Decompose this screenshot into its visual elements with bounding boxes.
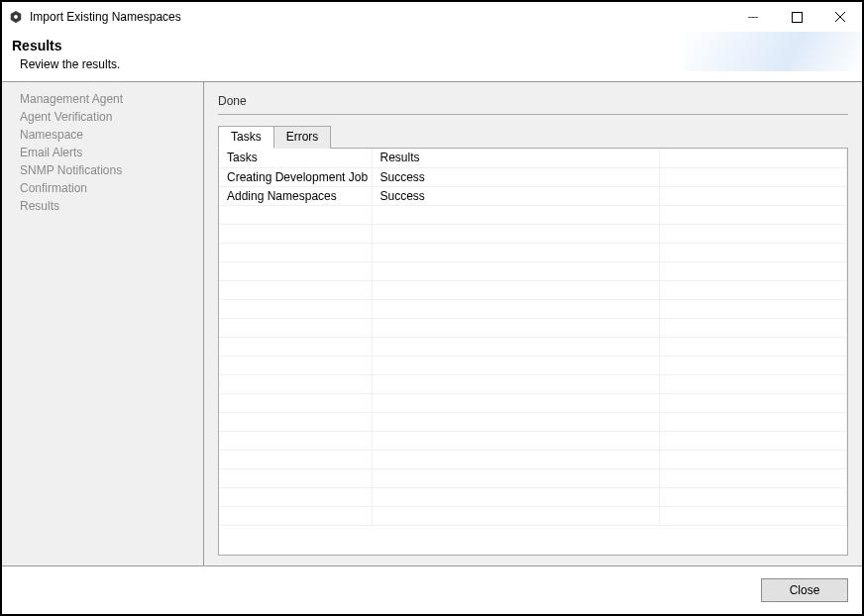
sidebar-item-agent-verification[interactable]: Agent Verification xyxy=(20,108,203,126)
titlebar: Import Existing Namespaces xyxy=(2,2,862,32)
table-row-empty xyxy=(219,487,847,506)
tab-tasks[interactable]: Tasks xyxy=(218,126,274,149)
column-header-results[interactable]: Results xyxy=(372,149,659,167)
table-row-empty xyxy=(219,243,847,261)
cell-task: Adding Namespaces xyxy=(219,186,372,205)
wizard-header: Results Review the results. xyxy=(2,32,862,81)
column-header-empty xyxy=(659,149,847,167)
results-table-panel: Tasks Results Creating Development Job S… xyxy=(218,148,848,556)
table-row-empty xyxy=(219,412,847,431)
table-row-empty xyxy=(219,374,847,393)
app-icon xyxy=(8,9,24,25)
sidebar-item-namespace[interactable]: Namespace xyxy=(20,126,203,144)
page-title: Results xyxy=(12,38,852,53)
tab-errors[interactable]: Errors xyxy=(274,126,332,149)
status-text: Done xyxy=(218,94,848,108)
table-row-empty xyxy=(219,337,847,356)
table-row-empty xyxy=(219,431,847,450)
wizard-steps-sidebar: Management Agent Agent Verification Name… xyxy=(2,82,204,565)
cell-result: Success xyxy=(372,167,659,186)
close-button[interactable]: Close xyxy=(761,578,848,602)
table-row-empty xyxy=(219,261,847,280)
page-subtitle: Review the results. xyxy=(12,57,852,71)
cell-result: Success xyxy=(372,186,659,205)
table-row-empty xyxy=(219,280,847,299)
table-row-empty xyxy=(219,318,847,337)
sidebar-item-confirmation[interactable]: Confirmation xyxy=(20,179,203,197)
window-title: Import Existing Namespaces xyxy=(30,10,181,24)
table-row-empty xyxy=(219,468,847,487)
tab-strip: Tasks Errors xyxy=(218,125,848,148)
results-table: Tasks Results Creating Development Job S… xyxy=(219,149,847,526)
table-row-empty xyxy=(219,205,847,224)
table-row-empty xyxy=(219,224,847,243)
sidebar-item-results[interactable]: Results xyxy=(20,197,203,215)
maximize-button[interactable] xyxy=(775,2,818,32)
content-panel: Done Tasks Errors Tasks Results Creating xyxy=(204,82,862,565)
table-row-empty xyxy=(219,450,847,468)
main-area: Management Agent Agent Verification Name… xyxy=(2,81,862,566)
minimize-button[interactable] xyxy=(731,2,775,32)
column-header-tasks[interactable]: Tasks xyxy=(219,149,372,167)
footer: Close xyxy=(2,566,862,614)
table-row-empty xyxy=(219,356,847,374)
table-row-empty xyxy=(219,299,847,318)
sidebar-item-email-alerts[interactable]: Email Alerts xyxy=(20,144,203,161)
table-row-empty xyxy=(219,506,847,525)
sidebar-item-management-agent[interactable]: Management Agent xyxy=(20,90,203,108)
window-controls xyxy=(731,2,862,32)
close-window-button[interactable] xyxy=(818,2,862,32)
table-row[interactable]: Adding Namespaces Success xyxy=(219,186,847,205)
table-header-row: Tasks Results xyxy=(219,149,847,167)
table-row[interactable]: Creating Development Job Success xyxy=(219,167,847,186)
sidebar-item-snmp-notifications[interactable]: SNMP Notifications xyxy=(20,161,203,179)
divider xyxy=(218,114,848,115)
table-row-empty xyxy=(219,393,847,412)
svg-point-1 xyxy=(14,15,18,19)
cell-task: Creating Development Job xyxy=(219,167,372,186)
